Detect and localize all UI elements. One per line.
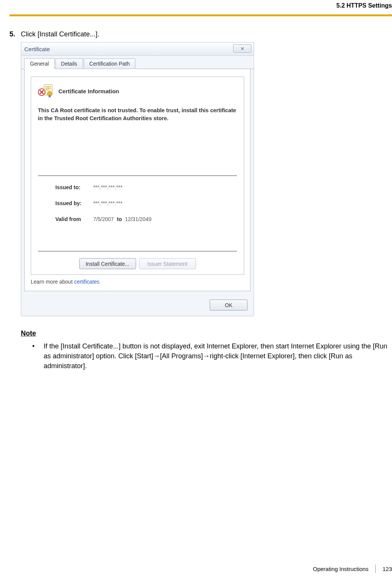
bullet-dot: •: [32, 341, 44, 371]
valid-from-value: 7/5/2007: [93, 216, 114, 222]
learn-more-prefix: Learn more about: [31, 279, 74, 285]
step-5: 5. Click [Install Certificate...].: [9, 30, 392, 38]
tab-certification-path[interactable]: Certification Path: [84, 58, 136, 69]
footer-divider: [375, 565, 376, 573]
issued-by-label: Issued by:: [55, 200, 92, 206]
issued-by-value: ***.***.***.***: [93, 200, 122, 206]
install-certificate-button[interactable]: Install Certificate...: [79, 258, 136, 269]
footer-doc-title: Operating Instructions: [313, 566, 368, 572]
trust-message: This CA Root certificate is not trusted.…: [38, 107, 237, 122]
close-icon: ✕: [240, 46, 245, 52]
learn-more: Learn more about certificates: [31, 279, 244, 285]
certificate-icon: [38, 84, 55, 98]
note-text: If the [Install Certificate...] button i…: [44, 341, 392, 371]
close-button[interactable]: ✕: [233, 44, 251, 53]
certificates-link[interactable]: certificates: [74, 279, 99, 285]
note-bullet: • If the [Install Certificate...] button…: [32, 341, 392, 371]
ok-button[interactable]: OK: [210, 300, 248, 311]
tab-details[interactable]: Details: [55, 58, 83, 69]
valid-from-label: Valid from: [55, 216, 92, 222]
issuer-statement-button: Issuer Statement: [139, 258, 196, 269]
certificate-dialog: Certificate ✕ General Details Certificat…: [21, 42, 254, 316]
dialog-title: Certificate: [24, 46, 50, 52]
certificate-info-title: Certificate Information: [58, 88, 119, 94]
tab-body-general: Certificate Information This CA Root cer…: [24, 69, 251, 291]
page-footer: Operating Instructions 123: [313, 565, 392, 573]
issued-to-label: Issued to:: [55, 184, 92, 190]
issued-to-value: ***.***.***.***: [93, 184, 122, 190]
tab-strip: General Details Certification Path: [21, 56, 254, 69]
step-text: Click [Install Certificate...].: [21, 30, 392, 38]
issued-to-row: Issued to: ***.***.***.***: [55, 184, 233, 190]
certificate-info-panel: Certificate Information This CA Root cer…: [31, 77, 244, 275]
step-number: 5.: [9, 30, 21, 38]
dialog-titlebar: Certificate ✕: [21, 42, 254, 56]
valid-to-value: 12/31/2049: [125, 216, 151, 222]
separator-2: [38, 251, 237, 251]
valid-from-row: Valid from 7/5/2007 to 12/31/2049: [55, 216, 233, 222]
issued-by-row: Issued by: ***.***.***.***: [55, 200, 233, 206]
valid-to-word: to: [117, 216, 122, 222]
footer-page-number: 123: [383, 566, 392, 572]
section-header: 5.2 HTTPS Settings: [336, 2, 392, 9]
note-heading: Note: [21, 329, 392, 337]
header-rule: [9, 14, 392, 16]
tab-general[interactable]: General: [24, 58, 55, 69]
